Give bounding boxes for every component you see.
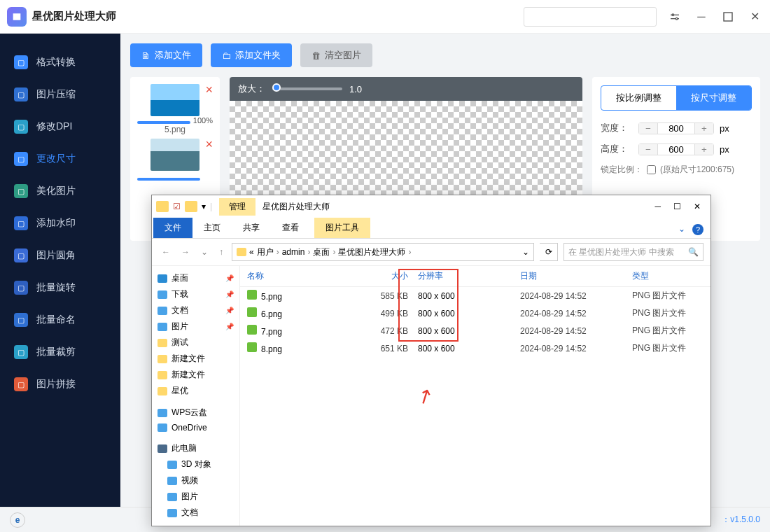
add-folder-button[interactable]: 🗀添加文件夹 xyxy=(211,43,292,67)
explorer-minimize-icon[interactable]: ─ xyxy=(654,202,661,211)
col-type[interactable]: 类型 xyxy=(632,270,704,282)
file-row[interactable]: 5.png585 KB800 x 6002024-08-29 14:52PNG … xyxy=(240,287,710,304)
ribbon-home-tab[interactable]: 主页 xyxy=(192,218,232,238)
width-minus[interactable]: − xyxy=(639,123,657,134)
lock-ratio-checkbox[interactable] xyxy=(647,165,656,174)
explorer-manage-tab[interactable]: 管理 xyxy=(219,198,255,216)
tree-item[interactable]: 桌面📌 xyxy=(155,270,237,286)
close-icon[interactable]: ✕ xyxy=(746,8,763,25)
sidebar-item[interactable]: ▢图片压缩 xyxy=(0,78,120,111)
sidebar-icon: ▢ xyxy=(14,184,28,198)
tree-label: 图片 xyxy=(172,321,188,332)
titlebar-search[interactable] xyxy=(524,7,657,27)
sidebar-item[interactable]: ▢批量裁剪 xyxy=(0,336,120,368)
sidebar-item[interactable]: ▢修改DPI xyxy=(0,111,120,143)
explorer-maximize-icon[interactable]: ☐ xyxy=(673,202,681,211)
thumbnail-item[interactable]: × xyxy=(137,139,213,171)
height-label: 高度： xyxy=(601,143,633,155)
chevron-down-icon[interactable]: ⌄ xyxy=(678,224,685,235)
clear-button[interactable]: 🗑清空图片 xyxy=(300,43,372,67)
sidebar-item[interactable]: ▢批量旋转 xyxy=(0,272,120,304)
width-stepper[interactable]: − + xyxy=(638,122,714,134)
tree-item[interactable]: 3D 对象 xyxy=(155,456,237,472)
breadcrumb-segment[interactable]: 桌面 xyxy=(313,247,338,257)
lock-ratio-label: 锁定比例： xyxy=(601,164,643,176)
sidebar-icon: ▢ xyxy=(14,248,28,262)
file-row[interactable]: 6.png499 KB800 x 6002024-08-29 14:52PNG … xyxy=(240,304,710,322)
maximize-icon[interactable] xyxy=(720,8,736,25)
zoom-knob[interactable] xyxy=(272,83,281,92)
thumbnail-remove-icon[interactable]: × xyxy=(205,83,213,97)
thumbnail-item[interactable]: × 100% 5.png xyxy=(137,84,213,134)
thumbnail-remove-icon[interactable]: × xyxy=(205,137,213,152)
explorer-file-list: 名称 大小 分辨率 日期 类型 5.png585 KB800 x 6002024… xyxy=(240,266,710,526)
sidebar-item-label: 添加水印 xyxy=(36,217,76,230)
app-title: 星优图片处理大师 xyxy=(32,10,116,23)
nav-forward-icon[interactable]: → xyxy=(178,247,192,257)
tree-item[interactable]: 文档 xyxy=(155,505,237,521)
svg-rect-4 xyxy=(724,13,732,21)
ribbon-share-tab[interactable]: 共享 xyxy=(232,218,271,238)
chevron-down-icon[interactable]: ⌄ xyxy=(522,247,529,257)
ribbon-picture-tools-tab[interactable]: 图片工具 xyxy=(314,218,370,238)
minimize-icon[interactable]: ─ xyxy=(693,8,710,25)
breadcrumb[interactable]: « 用户admin桌面星优图片处理大师 ⌄ xyxy=(232,243,534,261)
col-date[interactable]: 日期 xyxy=(520,270,632,282)
add-folder-label: 添加文件夹 xyxy=(235,49,281,62)
sidebar-item[interactable]: ▢添加水印 xyxy=(0,207,120,239)
tree-item[interactable]: 视频 xyxy=(155,472,237,489)
overflow-icon[interactable]: ▾ xyxy=(202,202,206,211)
sidebar-item-label: 更改尺寸 xyxy=(36,153,76,165)
add-file-button[interactable]: 🗎添加文件 xyxy=(130,43,202,67)
file-row[interactable]: 7.png472 KB800 x 6002024-08-29 14:52PNG … xyxy=(240,322,710,340)
help-icon[interactable]: ? xyxy=(692,224,704,235)
ribbon-file-tab[interactable]: 文件 xyxy=(153,218,192,238)
browser-icon[interactable]: e xyxy=(10,512,25,528)
sidebar-item[interactable]: ▢图片拼接 xyxy=(0,368,120,400)
sidebar-item[interactable]: ▢图片圆角 xyxy=(0,239,120,272)
nav-back-icon[interactable]: ← xyxy=(159,247,173,257)
refresh-icon[interactable]: ⟳ xyxy=(540,243,558,261)
height-stepper[interactable]: − + xyxy=(638,144,714,155)
nav-up-icon[interactable]: ↑ xyxy=(216,247,226,257)
file-row[interactable]: 8.png651 KB800 x 6002024-08-29 14:52PNG … xyxy=(240,340,710,357)
tree-item[interactable]: 新建文件 xyxy=(155,351,237,367)
tree-item[interactable]: 图片📌 xyxy=(155,318,237,335)
sidebar-item[interactable]: ▢批量命名 xyxy=(0,304,120,336)
sidebar-item[interactable]: ▢更改尺寸 xyxy=(0,143,120,175)
tree-item[interactable]: 文档📌 xyxy=(155,302,237,318)
width-plus[interactable]: + xyxy=(695,123,713,134)
tree-label: 文档 xyxy=(172,304,188,316)
breadcrumb-segment[interactable]: 用户 xyxy=(257,247,282,257)
explorer-search-input[interactable]: 在 星优图片处理大师 中搜索 🔍 xyxy=(564,243,704,261)
height-input[interactable] xyxy=(657,144,695,155)
annotation-arrow: ↗ xyxy=(412,383,438,411)
tree-item[interactable]: 下载📌 xyxy=(155,286,237,302)
tree-item[interactable]: 星优 xyxy=(155,383,237,399)
tree-item[interactable]: 测试 xyxy=(155,335,237,351)
explorer-close-icon[interactable]: ✕ xyxy=(694,202,701,211)
breadcrumb-segment[interactable]: admin xyxy=(282,247,314,257)
tree-item[interactable]: OneDrive xyxy=(155,421,237,435)
sidebar-item[interactable]: ▢格式转换 xyxy=(0,46,120,78)
height-plus[interactable]: + xyxy=(695,144,713,155)
tab-size[interactable]: 按尺寸调整 xyxy=(676,86,751,110)
zoom-label: 放大： xyxy=(238,83,265,95)
breadcrumb-segment[interactable]: 星优图片处理大师 xyxy=(338,247,414,257)
ribbon-view-tab[interactable]: 查看 xyxy=(271,218,310,238)
tree-item[interactable]: WPS云盘 xyxy=(155,405,237,421)
col-name[interactable]: 名称 xyxy=(247,270,352,282)
tree-item[interactable]: 此电脑 xyxy=(155,440,237,456)
zoom-slider[interactable] xyxy=(272,88,342,90)
sidebar: ▢格式转换▢图片压缩▢修改DPI▢更改尺寸▢美化图片▢添加水印▢图片圆角▢批量旋… xyxy=(0,34,120,507)
height-minus[interactable]: − xyxy=(639,144,657,155)
tree-item[interactable]: 新建文件 xyxy=(155,367,237,383)
file-type: PNG 图片文件 xyxy=(632,290,704,302)
sidebar-item[interactable]: ▢美化图片 xyxy=(0,175,120,207)
width-input[interactable] xyxy=(657,123,695,134)
tree-item[interactable]: 图片 xyxy=(155,489,237,505)
nav-history-icon[interactable]: ⌄ xyxy=(198,247,211,257)
settings-icon[interactable] xyxy=(666,8,683,25)
tab-ratio[interactable]: 按比例调整 xyxy=(601,86,676,110)
svg-point-2 xyxy=(672,14,674,16)
